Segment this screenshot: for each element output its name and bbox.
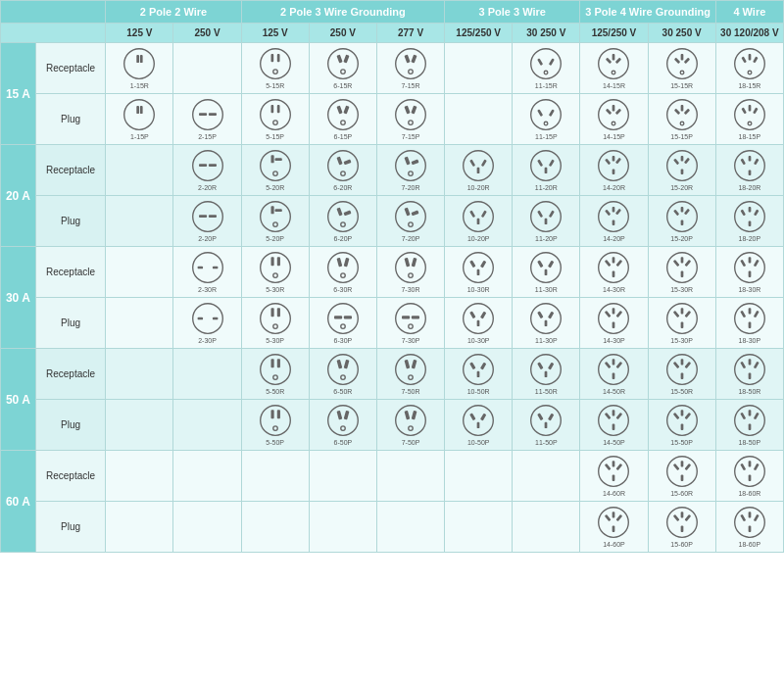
svg-rect-67 <box>741 108 746 115</box>
svg-rect-135 <box>612 207 615 212</box>
device-14-50R: 14-50R <box>580 349 648 400</box>
svg-rect-122 <box>412 211 419 217</box>
device-5-20P: 5-20P <box>241 196 309 247</box>
device-15-15P: 15-15P <box>648 94 715 145</box>
svg-rect-38 <box>199 113 207 116</box>
svg-rect-177 <box>684 260 691 267</box>
device-1-15R: 1-15R <box>106 43 173 94</box>
device-empty-60r-4 <box>309 451 376 502</box>
svg-point-157 <box>341 273 346 278</box>
device-11-15R: 11-15R <box>513 43 580 94</box>
svg-point-18 <box>545 71 549 74</box>
svg-rect-198 <box>412 316 419 318</box>
svg-rect-255 <box>754 362 760 369</box>
svg-point-195 <box>341 324 346 329</box>
svg-rect-130 <box>549 211 555 219</box>
svg-point-191 <box>272 324 277 329</box>
svg-rect-275 <box>538 414 544 421</box>
svg-rect-167 <box>538 261 544 269</box>
header-2pole-3wire: 2 Pole 3 Wire Grounding <box>241 1 444 24</box>
device-6-30R: 6-30R <box>309 247 376 298</box>
device-18-30P: 18-30P <box>715 298 783 349</box>
svg-rect-215 <box>684 311 691 318</box>
svg-rect-91 <box>538 160 544 168</box>
svg-rect-72 <box>199 164 207 167</box>
svg-rect-229 <box>344 360 350 369</box>
svg-rect-59 <box>612 105 615 111</box>
svg-rect-232 <box>405 360 411 369</box>
device-11-20R: 11-20R <box>513 145 580 196</box>
svg-point-115 <box>272 222 277 227</box>
device-5-15R: 5-15R <box>241 43 309 94</box>
type-20a-plug: Plug <box>35 196 106 247</box>
svg-rect-26 <box>683 58 689 64</box>
svg-rect-240 <box>538 363 544 370</box>
svg-rect-39 <box>208 113 216 116</box>
device-18-15P: 18-15P <box>715 94 783 145</box>
svg-rect-268 <box>412 411 417 420</box>
svg-rect-291 <box>749 410 752 415</box>
svg-rect-264 <box>344 411 350 420</box>
svg-rect-113 <box>270 206 273 214</box>
svg-point-43 <box>272 121 277 125</box>
svg-rect-212 <box>612 322 615 328</box>
svg-point-6 <box>272 70 277 74</box>
svg-rect-221 <box>749 308 752 314</box>
device-11-20P: 11-20P <box>513 196 580 247</box>
device-5-50R: 5-50R <box>241 349 309 400</box>
svg-rect-62 <box>674 109 680 115</box>
type-15a-plug: Plug <box>35 94 106 145</box>
svg-rect-30 <box>741 57 746 64</box>
svg-rect-160 <box>412 258 417 268</box>
svg-point-109 <box>192 202 222 232</box>
device-15-60P: 15-60P <box>648 502 715 553</box>
svg-point-265 <box>341 426 346 431</box>
svg-rect-276 <box>548 414 554 421</box>
svg-point-239 <box>531 355 562 385</box>
device-7-20P: 7-20P <box>376 196 444 247</box>
svg-rect-314 <box>672 514 679 521</box>
svg-rect-12 <box>404 55 410 64</box>
svg-rect-84 <box>412 160 419 166</box>
device-empty-15a-r-250 <box>173 43 241 94</box>
device-18-50P: 18-50P <box>715 400 783 451</box>
voltage-30-250v-2: 30 250 V <box>648 24 715 43</box>
svg-rect-31 <box>753 57 758 64</box>
device-5-50P: 5-50P <box>241 400 309 451</box>
svg-rect-172 <box>616 260 623 267</box>
device-15-30P: 15-30P <box>648 298 715 349</box>
device-5-15P: 5-15P <box>241 94 309 145</box>
svg-point-14 <box>409 70 414 74</box>
svg-rect-256 <box>749 359 752 365</box>
svg-rect-222 <box>749 322 752 328</box>
svg-point-119 <box>341 222 346 227</box>
device-18-20P: 18-20P <box>715 196 783 247</box>
svg-point-235 <box>464 355 494 385</box>
svg-rect-68 <box>753 108 758 115</box>
svg-point-99 <box>666 151 697 181</box>
svg-rect-96 <box>615 158 621 165</box>
device-15-30R: 15-30R <box>648 247 715 298</box>
device-6-15R: 6-15R <box>309 43 376 94</box>
device-14-30P: 14-30P <box>580 298 648 349</box>
main-table-container: 2 Pole 2 Wire 2 Pole 3 Wire Grounding 3 … <box>0 0 784 553</box>
device-10-20R: 10-20R <box>445 145 513 196</box>
svg-rect-316 <box>680 512 683 517</box>
svg-rect-63 <box>683 109 689 115</box>
device-18-15R: 18-15R <box>715 43 783 94</box>
device-2-20R: 2-20R <box>173 145 241 196</box>
svg-point-261 <box>272 426 277 431</box>
svg-rect-155 <box>336 258 342 268</box>
svg-rect-244 <box>605 362 612 368</box>
svg-rect-282 <box>612 424 615 430</box>
svg-rect-2 <box>140 55 143 63</box>
svg-rect-206 <box>548 312 554 319</box>
svg-rect-136 <box>612 220 615 225</box>
svg-rect-321 <box>749 512 752 517</box>
svg-point-81 <box>341 171 346 176</box>
svg-rect-36 <box>140 106 143 114</box>
voltage-125-250v-2: 125/250 V <box>580 24 648 43</box>
svg-rect-236 <box>469 363 475 370</box>
header-2pole-2wire: 2 Pole 2 Wire <box>106 1 241 24</box>
svg-point-147 <box>192 253 222 283</box>
